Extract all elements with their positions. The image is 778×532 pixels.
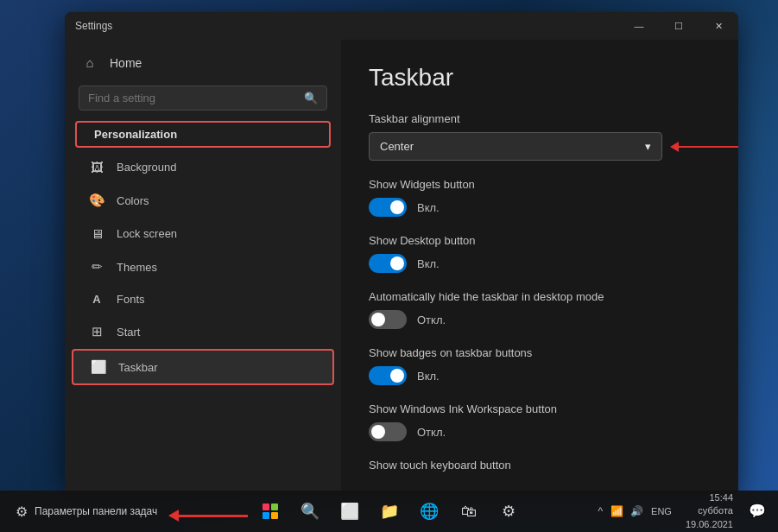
ink-setting: Show Windows Ink Workspace button Откл. <box>369 402 711 441</box>
arrow-annotation <box>671 142 738 152</box>
window-controls: — ☐ ✕ <box>619 12 738 40</box>
sidebar-item-background[interactable]: 🖼 Background <box>72 151 334 183</box>
widgets-toggle-row: Вкл. <box>369 198 711 217</box>
tray-chevron[interactable]: ^ <box>594 505 606 517</box>
system-tray: ^ 📶 🔊 ENG <box>594 505 674 517</box>
ink-toggle[interactable] <box>369 422 407 441</box>
clock-dayname: суббота <box>686 504 733 517</box>
window-body: ⌂ Home 🔍 Personalization 🖼 Background 🎨 … <box>65 40 738 496</box>
notification-button[interactable]: 💬 <box>743 497 771 525</box>
edge-icon: 🌐 <box>420 502 439 521</box>
alignment-label: Taskbar alignment <box>369 112 711 125</box>
fonts-label: Fonts <box>117 293 145 306</box>
notification-icon: 💬 <box>749 503 766 519</box>
search-box: 🔍 <box>79 86 327 111</box>
widgets-label: Show Widgets button <box>369 178 711 191</box>
search-taskbar-icon: 🔍 <box>300 502 319 521</box>
chevron-down-icon: ▾ <box>645 140 651 153</box>
badges-label: Show badges on taskbar buttons <box>369 346 711 359</box>
sidebar: ⌂ Home 🔍 Personalization 🖼 Background 🎨 … <box>65 40 341 496</box>
alignment-dropdown[interactable]: Center ▾ <box>369 132 662 161</box>
colors-label: Colors <box>117 194 149 207</box>
toggle-thumb <box>371 425 385 439</box>
autohide-toggle[interactable] <box>369 310 407 329</box>
widgets-setting: Show Widgets button Вкл. <box>369 178 711 217</box>
badges-setting: Show badges on taskbar buttons Вкл. <box>369 346 711 385</box>
main-panel: Taskbar Taskbar alignment Center ▾ Show … <box>341 40 738 496</box>
clock[interactable]: 15:44 суббота 19.06.2021 <box>679 491 740 531</box>
volume-icon[interactable]: 🔊 <box>628 505 646 517</box>
sidebar-item-fonts[interactable]: A Fonts <box>72 284 334 314</box>
toggle-thumb <box>390 369 404 383</box>
toggle-thumb <box>371 313 385 326</box>
minimize-button[interactable]: — <box>619 12 659 40</box>
sidebar-item-taskbar[interactable]: ⬜ Taskbar <box>72 349 334 385</box>
arrow-head <box>670 142 679 152</box>
themes-icon: ✏ <box>89 259 104 275</box>
desktop-toggle[interactable] <box>369 254 407 273</box>
settings-icon: ⚙ <box>502 502 516 521</box>
taskbar-settings-button[interactable]: ⚙ Параметры панели задач <box>7 500 166 523</box>
autohide-toggle-label: Откл. <box>417 314 446 326</box>
taskbar-right: ^ 📶 🔊 ENG 15:44 суббота 19.06.2021 💬 <box>594 491 771 531</box>
taskbar-settings-label: Параметры панели задач <box>35 505 157 517</box>
ink-toggle-row: Откл. <box>369 422 711 441</box>
taskbar-label: Taskbar <box>118 361 158 374</box>
folder-icon: 📁 <box>380 502 399 521</box>
toggle-thumb <box>390 200 404 214</box>
window-title: Settings <box>75 20 112 32</box>
maximize-button[interactable]: ☐ <box>659 12 699 40</box>
start-label: Start <box>117 326 140 339</box>
lang-indicator[interactable]: ENG <box>648 506 675 516</box>
taskbar: ⚙ Параметры панели задач 🔍 ⬜ 📁 🌐 🛍 ⚙ <box>0 491 778 532</box>
sidebar-item-home[interactable]: ⌂ Home <box>65 47 341 79</box>
start-icon: ⊞ <box>89 324 104 339</box>
autohide-toggle-row: Откл. <box>369 310 711 329</box>
widgets-toggle-label: Вкл. <box>417 201 440 214</box>
home-icon: ⌂ <box>82 55 98 70</box>
close-button[interactable]: ✕ <box>699 12 738 40</box>
title-bar: Settings — ☐ ✕ <box>65 12 738 40</box>
background-label: Background <box>117 161 176 174</box>
clock-time: 15:44 <box>686 491 733 504</box>
taskbar-arrow-line <box>179 515 248 517</box>
badges-toggle[interactable] <box>369 366 407 385</box>
windows-logo <box>262 504 278 519</box>
lockscreen-icon: 🖥 <box>89 226 104 241</box>
arrow-line <box>679 146 738 148</box>
personalization-heading[interactable]: Personalization <box>75 121 331 148</box>
sidebar-item-themes[interactable]: ✏ Themes <box>72 250 334 283</box>
home-label: Home <box>110 56 142 70</box>
ink-toggle-label: Откл. <box>417 426 446 439</box>
taskbar-arrow-head <box>168 510 179 522</box>
store-icon: 🛍 <box>461 503 477 521</box>
taskview-icon: ⬜ <box>340 502 359 521</box>
taskbar-icon: ⬜ <box>91 359 106 375</box>
search-input[interactable] <box>88 92 304 104</box>
sidebar-item-lockscreen[interactable]: 🖥 Lock screen <box>72 218 334 250</box>
store-button[interactable]: 🛍 <box>452 494 486 529</box>
autohide-label: Automatically hide the taskbar in deskto… <box>369 290 711 303</box>
fonts-icon: A <box>89 293 104 306</box>
task-view-button[interactable]: ⬜ <box>332 494 367 529</box>
file-explorer-button[interactable]: 📁 <box>372 494 407 529</box>
sidebar-item-start[interactable]: ⊞ Start <box>72 315 334 348</box>
widgets-toggle[interactable] <box>369 198 407 217</box>
badges-toggle-label: Вкл. <box>417 370 440 383</box>
gear-icon: ⚙ <box>16 504 28 520</box>
keyboard-label: Show touch keyboard button <box>369 459 711 472</box>
toggle-thumb <box>390 256 404 270</box>
desktop-setting: Show Desktop button Вкл. <box>369 234 711 273</box>
start-button[interactable] <box>253 494 288 529</box>
taskbar-center: 🔍 ⬜ 📁 🌐 🛍 ⚙ <box>253 494 526 529</box>
settings-taskbar-button[interactable]: ⚙ <box>491 494 526 529</box>
colors-icon: 🎨 <box>89 193 104 208</box>
search-icon: 🔍 <box>304 92 318 104</box>
sidebar-item-colors[interactable]: 🎨 Colors <box>72 184 334 217</box>
edge-button[interactable]: 🌐 <box>412 494 446 529</box>
clock-date: 19.06.2021 <box>686 518 733 531</box>
ink-label: Show Windows Ink Workspace button <box>369 402 711 415</box>
search-button[interactable]: 🔍 <box>293 494 327 529</box>
desktop-toggle-row: Вкл. <box>369 254 711 273</box>
keyboard-setting: Show touch keyboard button <box>369 459 711 472</box>
